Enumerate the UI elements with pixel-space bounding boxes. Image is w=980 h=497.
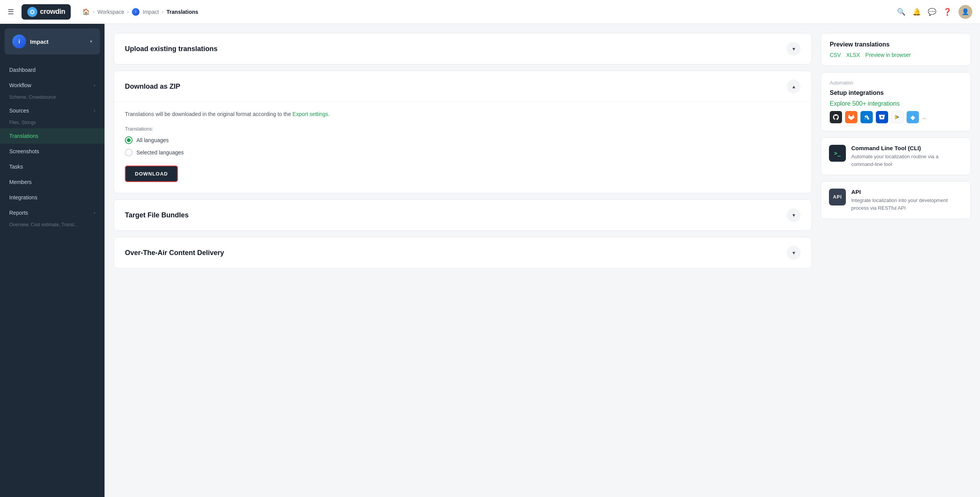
cli-card: >_ Command Line Tool (CLI) Automate your… — [821, 138, 971, 175]
download-card-toggle[interactable]: ▴ — [787, 80, 801, 93]
breadcrumb-workspace[interactable]: Workspace — [98, 9, 125, 15]
sidebar-item-label: Reports — [9, 210, 94, 216]
logo-text: crowdin — [40, 8, 65, 16]
preview-card: Preview translations CSV XLSX Preview in… — [821, 33, 971, 66]
api-card: API API Integrate localization into your… — [821, 181, 971, 219]
crowdin-integration-icon[interactable]: ◆ — [907, 111, 919, 123]
sidebar-item-translations[interactable]: Translations — [0, 128, 105, 144]
sidebar-item-label: Workflow — [9, 82, 94, 88]
home-icon[interactable]: 🏠 — [82, 8, 90, 15]
sidebar-item-label: Dashboard — [9, 67, 95, 73]
search-icon[interactable]: 🔍 — [897, 8, 905, 16]
sidebar-nav: Dashboard Workflow › Scheme, Crowdsource… — [0, 59, 105, 497]
project-icon: i — [132, 8, 140, 16]
target-bundles-header[interactable]: Target File Bundles ▾ — [114, 200, 811, 230]
radio-circle-selected[interactable] — [125, 149, 133, 156]
preview-browser-link[interactable]: Preview in browser — [865, 52, 911, 58]
breadcrumb-current: Translations — [166, 9, 198, 15]
breadcrumb-project[interactable]: Impact — [143, 9, 159, 15]
crowdin-logo-icon — [27, 7, 38, 17]
gitlab-icon[interactable] — [845, 111, 857, 123]
sidebar-item-integrations[interactable]: Integrations — [0, 190, 105, 205]
sidebar-project[interactable]: i Impact ▾ — [5, 28, 100, 55]
breadcrumb: 🏠 › Workspace › i Impact › Translations — [82, 8, 198, 16]
cli-icon: >_ — [834, 150, 841, 156]
app-body: i Impact ▾ Dashboard Workflow › Scheme, … — [0, 24, 980, 497]
radio-circle-all[interactable] — [125, 136, 133, 144]
download-card-body: Translations will be downloaded in the o… — [114, 102, 811, 193]
target-bundles-toggle[interactable]: ▾ — [787, 208, 801, 222]
sidebar-item-members[interactable]: Members — [0, 174, 105, 190]
sidebar-item-sub-workflow: Scheme, Crowdsource — [0, 93, 105, 103]
chat-icon[interactable]: 💬 — [928, 8, 936, 16]
download-card-header[interactable]: Download as ZIP ▴ — [114, 71, 811, 102]
csv-link[interactable]: CSV — [830, 52, 841, 58]
breadcrumb-sep3: › — [162, 9, 163, 15]
content-left: Upload existing translations ▾ Download … — [114, 33, 812, 268]
export-settings-link[interactable]: Export settings. — [292, 111, 330, 117]
radio-all-languages[interactable]: All languages — [125, 136, 801, 144]
avatar[interactable]: 👤 — [958, 5, 972, 19]
ota-toggle[interactable]: ▾ — [787, 246, 801, 260]
api-title: API — [851, 189, 963, 195]
description-text-start: Translations will be downloaded in the o… — [125, 111, 292, 117]
download-card-title: Download as ZIP — [125, 83, 787, 91]
radio-label-selected: Selected languages — [136, 149, 184, 156]
sidebar: i Impact ▾ Dashboard Workflow › Scheme, … — [0, 24, 105, 497]
api-description: Integrate localization into your develop… — [851, 197, 963, 212]
bell-icon[interactable]: 🔔 — [912, 8, 921, 16]
sidebar-item-workflow[interactable]: Workflow › — [0, 78, 105, 93]
ota-title: Over-The-Air Content Delivery — [125, 249, 787, 257]
sidebar-item-label: Sources — [9, 108, 94, 114]
download-card: Download as ZIP ▴ Translations will be d… — [114, 71, 812, 193]
sidebar-item-label: Tasks — [9, 164, 95, 170]
automation-label: Automation — [830, 80, 962, 86]
help-icon[interactable]: ❓ — [943, 8, 952, 16]
sidebar-item-sources[interactable]: Sources › — [0, 103, 105, 118]
sidebar-item-screenshots[interactable]: Screenshots — [0, 144, 105, 159]
ota-card: Over-The-Air Content Delivery ▾ — [114, 237, 812, 268]
integrations-card-title: Setup integrations — [830, 89, 962, 96]
hamburger-icon[interactable]: ☰ — [8, 8, 14, 16]
sidebar-item-reports[interactable]: Reports › — [0, 205, 105, 220]
radio-label-all: All languages — [136, 137, 169, 143]
azure-icon[interactable] — [860, 111, 873, 123]
chevron-right-icon: › — [94, 108, 95, 113]
api-info: API Integrate localization into your dev… — [851, 189, 963, 212]
api-icon: API — [833, 194, 842, 200]
nav-right: 🔍 🔔 💬 ❓ 👤 — [897, 5, 972, 19]
explore-integrations-link[interactable]: Explore 500+ integrations — [830, 100, 900, 107]
xlsx-link[interactable]: XLSX — [846, 52, 860, 58]
ota-header[interactable]: Over-The-Air Content Delivery ▾ — [114, 237, 811, 268]
github-icon[interactable] — [830, 111, 842, 123]
translations-label: Translations: — [125, 126, 801, 132]
bitbucket-icon[interactable] — [876, 111, 888, 123]
sidebar-item-label: Screenshots — [9, 148, 95, 154]
content-right: Preview translations CSV XLSX Preview in… — [821, 33, 971, 219]
preview-links: CSV XLSX Preview in browser — [830, 52, 962, 58]
cli-icon-box: >_ — [829, 145, 846, 162]
radio-selected-languages[interactable]: Selected languages — [125, 149, 801, 156]
sidebar-project-name: Impact — [30, 38, 86, 45]
sidebar-item-label: Integrations — [9, 194, 95, 200]
logo: crowdin — [22, 4, 71, 20]
chevron-right-icon: › — [94, 210, 95, 215]
preview-card-title: Preview translations — [830, 41, 962, 48]
sidebar-item-label: Members — [9, 179, 95, 185]
more-integrations-icon[interactable]: ... — [922, 114, 927, 120]
upload-card-title: Upload existing translations — [125, 45, 787, 53]
main-content: Upload existing translations ▾ Download … — [105, 24, 980, 497]
upload-card-header[interactable]: Upload existing translations ▾ — [114, 33, 811, 64]
api-icon-box: API — [829, 189, 846, 205]
radio-group: All languages Selected languages — [125, 136, 801, 156]
top-nav: ☰ crowdin 🏠 › Workspace › i Impact › Tra… — [0, 0, 980, 24]
cli-description: Automate your localization routine via a… — [851, 153, 963, 168]
chevron-right-icon: › — [94, 83, 95, 88]
sidebar-item-dashboard[interactable]: Dashboard — [0, 62, 105, 78]
sidebar-item-label: Translations — [9, 133, 95, 139]
sidebar-item-tasks[interactable]: Tasks — [0, 159, 105, 174]
upload-card-toggle[interactable]: ▾ — [787, 42, 801, 56]
google-play-icon[interactable] — [891, 111, 904, 123]
download-button[interactable]: DOWNLOAD — [125, 166, 178, 182]
integrations-icons: ◆ ... — [830, 111, 962, 123]
